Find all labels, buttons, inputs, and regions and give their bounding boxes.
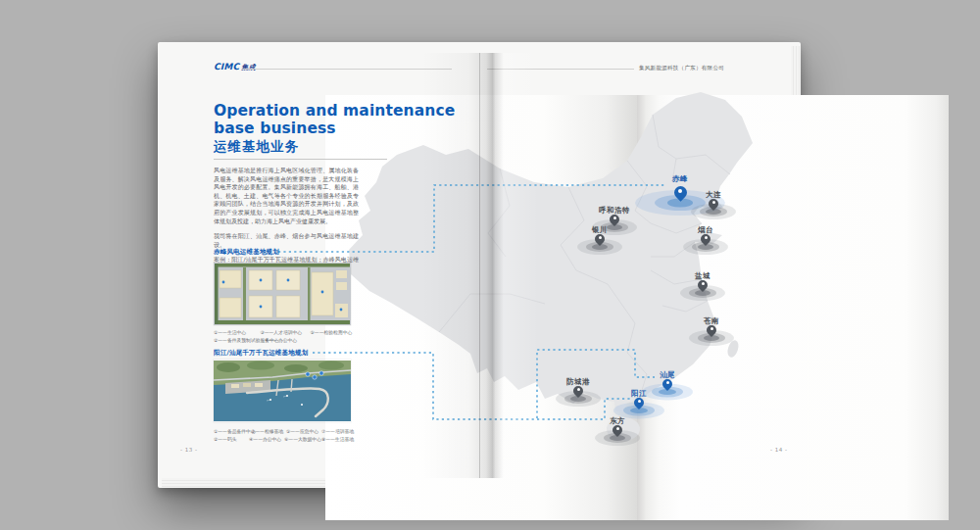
china-map-shape bbox=[349, 92, 753, 412]
caption-chifeng-plan: 赤峰风电运维基地规划 bbox=[214, 248, 279, 257]
logo-suffix: 集成 bbox=[241, 64, 255, 72]
port-plan-image bbox=[214, 360, 351, 422]
legend-item: ⑤——检验检测中心 bbox=[311, 329, 357, 335]
spine-line bbox=[479, 53, 480, 478]
caption-yangjiang-plan: 阳江/汕尾千万千瓦运维基地规划 bbox=[214, 349, 308, 358]
legend-item: ⑥——大数据中心 bbox=[284, 436, 321, 442]
legend-item: ⑧——生活基地 bbox=[321, 436, 357, 442]
header-rule-left bbox=[242, 69, 452, 70]
company-name: 集风新能源科技（广东）有限公司 bbox=[639, 65, 724, 72]
legend-item: ④——办公中心 bbox=[249, 436, 284, 442]
taiwan-island bbox=[725, 339, 740, 359]
photo-backdrop: CIMC集成 集风新能源科技（广东）有限公司 Operation and mai… bbox=[0, 0, 980, 530]
legend-item: ⑤——应急中心 bbox=[286, 428, 321, 434]
page-title-zh: 运维基地业务 bbox=[214, 138, 299, 156]
page-number-left: - 13 - bbox=[180, 447, 197, 453]
body-paragraph: 风电运维基地是推行海上风电区域化管理、属地化装备及服务、解决风电运维痛点的重要举… bbox=[214, 167, 359, 225]
header-rule-right bbox=[487, 69, 634, 70]
legend-chifeng: ①——生活中心③——人才培训中心⑤——检验检测中心②——备件及预制试验服务中心④… bbox=[214, 329, 357, 346]
legend-item: ③——检修基地 bbox=[251, 428, 286, 434]
title-rule bbox=[214, 159, 387, 160]
page-title-en: Operation and maintenance base business bbox=[214, 103, 455, 137]
body-paragraph: 我司将在阳江、汕尾、赤峰、烟台参与风电运维基地建设。 bbox=[214, 232, 359, 249]
title-line-1: Operation and maintenance bbox=[214, 103, 455, 120]
legend-item: ④——办公中心 bbox=[265, 337, 319, 343]
legend-row: ②——备件及预制试验服务中心④——办公中心 bbox=[214, 337, 357, 343]
hainan-island bbox=[607, 417, 640, 441]
legend-item: ③——人才培训中心 bbox=[260, 329, 310, 335]
logo-text: CIMC bbox=[214, 62, 239, 72]
legend-item: ①——备品备件中心 bbox=[214, 428, 251, 434]
legend-yangjiang: ①——备品备件中心③——检修基地⑤——应急中心⑦——培训基地②——码头④——办公… bbox=[214, 428, 357, 445]
legend-item: ①——生活中心 bbox=[214, 329, 260, 335]
legend-row: ①——生活中心③——人才培训中心⑤——检验检测中心 bbox=[214, 329, 357, 335]
title-line-2: base business bbox=[214, 120, 455, 138]
page-number-right: - 14 - bbox=[770, 447, 787, 453]
site-plan-image bbox=[214, 263, 351, 325]
cimc-logo: CIMC集成 bbox=[214, 62, 256, 72]
china-map bbox=[0, 0, 980, 530]
legend-item: ⑦——培训基地 bbox=[321, 428, 357, 434]
legend-row: ①——备品备件中心③——检修基地⑤——应急中心⑦——培训基地 bbox=[214, 428, 357, 434]
legend-item: ②——备件及预制试验服务中心 bbox=[214, 337, 265, 343]
legend-row: ②——码头④——办公中心⑥——大数据中心⑧——生活基地 bbox=[214, 436, 357, 442]
legend-item: ②——码头 bbox=[214, 436, 249, 442]
